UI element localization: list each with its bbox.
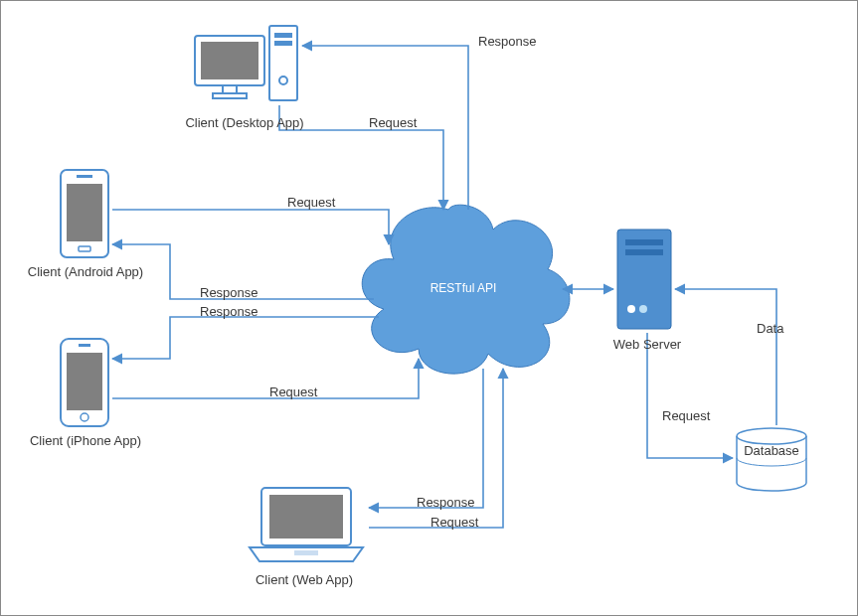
label-desktop-response: Response [478, 34, 537, 49]
label-server-data: Data [757, 321, 783, 336]
android-caption: Client (Android App) [6, 264, 165, 279]
label-android-request: Request [287, 195, 335, 210]
edge-server-data [675, 289, 776, 425]
svg-rect-9 [67, 184, 102, 241]
edge-iphone-request [112, 359, 419, 398]
web-caption: Client (Web App) [225, 572, 384, 587]
iphone-caption: Client (iPhone App) [6, 433, 165, 448]
svg-rect-5 [274, 33, 292, 38]
server-caption: Web Server [568, 337, 727, 352]
iphone-icon [61, 339, 108, 426]
laptop-icon [250, 488, 363, 561]
svg-point-24 [737, 428, 806, 444]
svg-rect-2 [223, 85, 237, 93]
svg-rect-1 [201, 42, 258, 79]
android-icon [61, 170, 108, 257]
label-server-request: Request [662, 408, 710, 423]
database-caption: Database [737, 443, 806, 458]
svg-point-23 [639, 305, 647, 313]
edge-web-response [369, 369, 483, 508]
diagram-svg [1, 1, 857, 615]
cloud-label: RESTful API [384, 281, 543, 295]
label-web-response: Response [417, 495, 475, 510]
edge-android-request [112, 210, 389, 244]
svg-rect-11 [79, 246, 90, 251]
svg-rect-14 [79, 344, 90, 347]
svg-point-22 [627, 305, 635, 313]
svg-rect-20 [625, 239, 663, 245]
edge-iphone-response [112, 317, 379, 359]
svg-rect-6 [274, 41, 292, 46]
svg-point-15 [81, 413, 88, 421]
label-android-response: Response [200, 285, 258, 300]
label-iphone-response: Response [200, 304, 258, 319]
svg-rect-17 [269, 495, 343, 539]
server-icon [617, 230, 671, 329]
svg-rect-3 [213, 93, 247, 98]
label-desktop-request: Request [369, 115, 417, 130]
desktop-icon [195, 26, 297, 100]
label-iphone-request: Request [269, 385, 317, 399]
desktop-caption: Client (Desktop App) [165, 115, 324, 130]
svg-point-7 [279, 77, 287, 84]
svg-rect-10 [77, 175, 92, 178]
label-web-request: Request [430, 515, 478, 530]
svg-rect-21 [625, 249, 663, 255]
svg-rect-13 [67, 353, 102, 410]
diagram-canvas: RESTful API Client (Desktop App) Client … [0, 0, 858, 616]
svg-rect-18 [294, 550, 318, 555]
database-icon [737, 428, 806, 491]
